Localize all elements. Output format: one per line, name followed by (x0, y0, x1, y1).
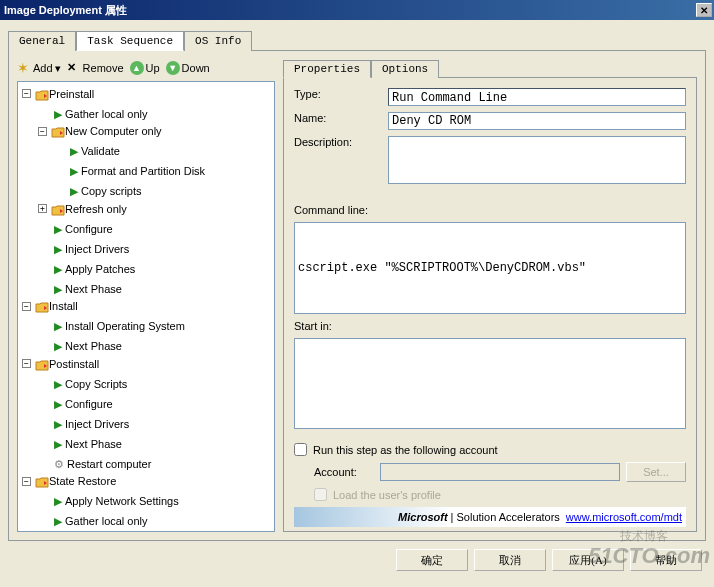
cancel-button[interactable]: 取消 (474, 549, 546, 571)
task-tree[interactable]: −Preinstall ▶Gather local only −New Comp… (17, 81, 275, 532)
outer-tabs: General Task Sequence OS Info (8, 30, 706, 51)
tab-os-info[interactable]: OS Info (184, 31, 252, 51)
tree-install[interactable]: −Install (22, 298, 78, 314)
inner-tabs: Properties Options (283, 59, 697, 78)
folder-icon (35, 359, 47, 369)
collapse-icon[interactable]: − (22, 302, 31, 311)
step-icon: ▶ (70, 143, 78, 159)
folder-icon (35, 301, 47, 311)
tree-inject-drivers[interactable]: ▶Inject Drivers (38, 241, 129, 257)
step-icon: ▶ (54, 513, 62, 529)
tree-new-computer[interactable]: −New Computer only (38, 123, 162, 139)
remove-button[interactable]: ✕Remove (67, 61, 124, 75)
folder-icon (51, 126, 63, 136)
add-button[interactable]: ✶Add ▾ (17, 61, 61, 75)
tree-install-os[interactable]: ▶Install Operating System (38, 318, 185, 334)
step-icon: ▶ (54, 241, 62, 257)
step-icon: ▶ (54, 106, 62, 122)
account-input (380, 463, 620, 481)
tree-format-partition[interactable]: ▶Format and Partition Disk (54, 163, 205, 179)
tab-properties[interactable]: Properties (283, 60, 371, 78)
name-label: Name: (294, 112, 384, 124)
command-line-input[interactable] (294, 222, 686, 314)
ok-button[interactable]: 确定 (396, 549, 468, 571)
close-icon[interactable]: ✕ (696, 3, 712, 17)
step-icon: ▶ (54, 221, 62, 237)
tree-restart[interactable]: ⚙Restart computer (38, 456, 151, 472)
step-icon: ▶ (54, 376, 62, 392)
type-label: Type: (294, 88, 384, 100)
start-in-input[interactable] (294, 338, 686, 430)
step-icon: ▶ (54, 416, 62, 432)
step-icon: ▶ (54, 338, 62, 354)
window-title: Image Deployment 属性 (4, 3, 696, 18)
banner: Microsoft | Solution Accelerators www.mi… (294, 507, 686, 527)
arrow-up-icon: ▲ (130, 61, 144, 75)
tree-copy-scripts[interactable]: ▶Copy scripts (54, 183, 142, 199)
tab-general[interactable]: General (8, 31, 76, 51)
tree-configure-2[interactable]: ▶Configure (38, 396, 113, 412)
tree-gather-local-2[interactable]: ▶Gather local only (38, 513, 148, 529)
folder-icon (51, 204, 63, 214)
tree-validate[interactable]: ▶Validate (54, 143, 120, 159)
load-profile-label: Load the user's profile (333, 489, 441, 501)
step-icon: ▶ (54, 396, 62, 412)
tree-toolbar: ✶Add ▾ ✕Remove ▲Up ▼Down (17, 59, 275, 81)
step-icon: ▶ (54, 493, 62, 509)
account-label: Account: (314, 466, 374, 478)
load-profile-checkbox (314, 488, 327, 501)
tab-options[interactable]: Options (371, 60, 439, 78)
tree-apply-patches[interactable]: ▶Apply Patches (38, 261, 135, 277)
titlebar: Image Deployment 属性 ✕ (0, 0, 714, 20)
tree-next-phase-3[interactable]: ▶Next Phase (38, 436, 122, 452)
step-icon: ▶ (70, 183, 78, 199)
collapse-icon[interactable]: − (38, 127, 47, 136)
step-icon: ▶ (54, 261, 62, 277)
x-icon: ✕ (67, 61, 81, 75)
star-icon: ✶ (17, 61, 31, 75)
run-as-checkbox[interactable] (294, 443, 307, 456)
tree-postinstall[interactable]: −Postinstall (22, 356, 99, 372)
apply-button[interactable]: 应用(A) (552, 549, 624, 571)
gear-icon: ⚙ (54, 456, 64, 472)
tab-task-sequence[interactable]: Task Sequence (76, 31, 184, 51)
banner-brand: Microsoft | Solution Accelerators (398, 511, 560, 523)
up-button[interactable]: ▲Up (130, 61, 160, 75)
tree-next-phase-2[interactable]: ▶Next Phase (38, 338, 122, 354)
tree-preinstall[interactable]: −Preinstall (22, 86, 94, 102)
desc-label: Description: (294, 136, 384, 148)
help-button[interactable]: 帮助 (630, 549, 702, 571)
type-value: Run Command Line (388, 88, 686, 106)
dialog-buttons: 确定 取消 应用(A) 帮助 (8, 541, 706, 571)
cmd-label: Command line: (294, 204, 686, 216)
step-icon: ▶ (54, 281, 62, 297)
tree-apply-network[interactable]: ▶Apply Network Settings (38, 493, 179, 509)
start-label: Start in: (294, 320, 686, 332)
collapse-icon[interactable]: − (22, 477, 31, 486)
collapse-icon[interactable]: − (22, 89, 31, 98)
step-icon: ▶ (70, 163, 78, 179)
tree-configure[interactable]: ▶Configure (38, 221, 113, 237)
tree-gather-local[interactable]: ▶Gather local only (38, 106, 148, 122)
run-as-label: Run this step as the following account (313, 444, 498, 456)
step-icon: ▶ (54, 318, 62, 334)
down-button[interactable]: ▼Down (166, 61, 210, 75)
tree-refresh-only[interactable]: +Refresh only (38, 201, 127, 217)
folder-icon (35, 476, 47, 486)
tree-state-restore[interactable]: −State Restore (22, 473, 116, 489)
arrow-down-icon: ▼ (166, 61, 180, 75)
tree-copy-scripts-2[interactable]: ▶Copy Scripts (38, 376, 127, 392)
collapse-icon[interactable]: − (22, 359, 31, 368)
tree-next-phase[interactable]: ▶Next Phase (38, 281, 122, 297)
folder-icon (35, 89, 47, 99)
name-input[interactable] (388, 112, 686, 130)
banner-link[interactable]: www.microsoft.com/mdt (566, 511, 682, 523)
expand-icon[interactable]: + (38, 204, 47, 213)
description-input[interactable] (388, 136, 686, 184)
tree-inject-drivers-2[interactable]: ▶Inject Drivers (38, 416, 129, 432)
step-icon: ▶ (54, 436, 62, 452)
set-button: Set... (626, 462, 686, 482)
